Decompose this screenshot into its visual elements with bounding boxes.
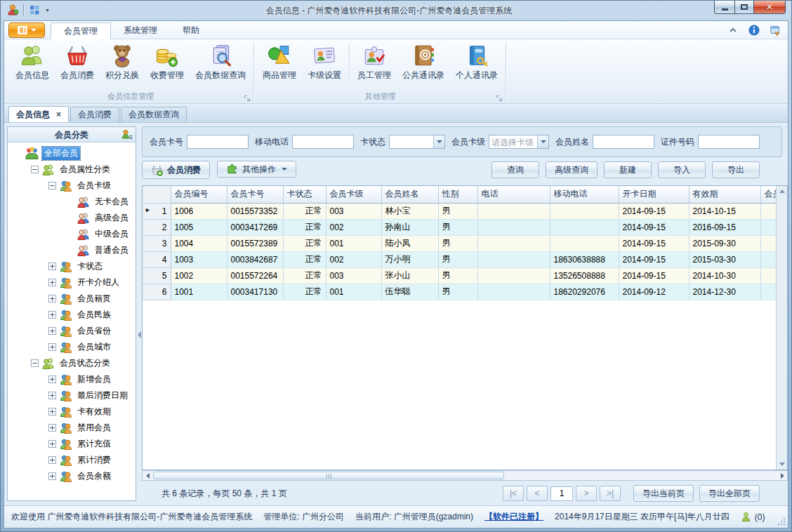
column-header[interactable]: 会员 xyxy=(760,186,776,203)
new-button[interactable]: 新建 xyxy=(604,161,652,178)
tree-item[interactable]: 累计充值 xyxy=(8,436,136,452)
column-header[interactable]: 会员卡号 xyxy=(227,186,283,203)
grid-horizontal-scrollbar[interactable] xyxy=(142,470,788,481)
expand-icon[interactable] xyxy=(48,392,56,399)
ribbon-tab-help[interactable]: 帮助 xyxy=(170,22,212,39)
table-row[interactable]: 310040015572389正常001陆小凤男2014-09-152015-0… xyxy=(143,235,776,251)
column-header[interactable]: 移动电话 xyxy=(550,186,619,203)
column-header[interactable]: 电话 xyxy=(477,186,550,203)
tree-item[interactable]: 会员民族 xyxy=(8,307,136,323)
tab-close-icon[interactable]: × xyxy=(56,109,61,119)
first-page-button[interactable]: |< xyxy=(503,486,524,501)
chevron-down-icon[interactable] xyxy=(537,135,548,148)
column-header[interactable]: 会员姓名 xyxy=(381,186,438,203)
tree-item[interactable]: 会员省份 xyxy=(8,323,136,339)
tree-item[interactable]: 开卡介绍人 xyxy=(8,274,136,291)
member-consume-button[interactable]: 会员消费 xyxy=(55,41,100,91)
table-row[interactable]: 410030003842687正常002万小明男186306388882014-… xyxy=(143,251,776,267)
tree-item[interactable]: 会员城市 xyxy=(8,339,136,355)
query-button[interactable]: 查询 xyxy=(491,161,539,178)
column-header[interactable]: 会员编号 xyxy=(171,186,227,203)
expand-icon[interactable] xyxy=(48,311,56,319)
tree-item[interactable]: 卡状态 xyxy=(8,258,136,274)
tree-item[interactable]: 全部会员 xyxy=(8,145,136,161)
table-row[interactable]: 210050003417269正常002孙南山男2014-09-152016-0… xyxy=(143,219,776,235)
points-exchange-button[interactable]: 积分兑换 xyxy=(100,41,145,91)
export-current-page-button[interactable]: 导出当前页 xyxy=(633,485,694,502)
info-icon[interactable] xyxy=(748,25,760,36)
close-button[interactable]: ✕ xyxy=(753,1,786,14)
tree-item[interactable]: 中级会员 xyxy=(8,226,136,242)
advanced-query-button[interactable]: 高级查询 xyxy=(546,161,598,178)
tab-member-data-query[interactable]: 会员数据查询 xyxy=(121,107,187,122)
expand-icon[interactable] xyxy=(48,295,56,302)
card-level-settings-button[interactable]: 卡级设置 xyxy=(302,41,347,91)
minimize-button[interactable] xyxy=(714,1,734,14)
card-status-select[interactable] xyxy=(389,135,445,149)
tree-item[interactable]: 会员卡级 xyxy=(8,178,136,194)
software-registered-link[interactable]: 【软件已注册】 xyxy=(484,511,543,523)
hscroll-thumb[interactable] xyxy=(153,472,504,479)
member-data-query-button[interactable]: 会员数据查询 xyxy=(190,41,251,91)
staff-management-button[interactable]: 员工管理 xyxy=(352,41,397,91)
export-button[interactable]: 导出 xyxy=(712,161,760,178)
id-number-input[interactable] xyxy=(698,135,760,149)
mobile-phone-input[interactable] xyxy=(292,135,354,149)
member-card-no-input[interactable] xyxy=(187,135,249,149)
column-header[interactable]: 性别 xyxy=(438,186,477,203)
chevron-down-icon[interactable] xyxy=(433,135,444,148)
grid-vertical-scrollbar[interactable] xyxy=(776,186,787,470)
table-row[interactable]: 510020015572264正常003张小山男135265088882014-… xyxy=(143,267,776,284)
expand-icon[interactable] xyxy=(48,472,56,480)
card-level-select[interactable]: 请选择卡级 xyxy=(489,135,549,149)
tab-member-info[interactable]: 会员信息× xyxy=(8,106,69,122)
expand-icon[interactable] xyxy=(48,375,56,383)
tree-item[interactable]: 无卡会员 xyxy=(8,194,136,210)
member-list-icon[interactable] xyxy=(121,129,133,140)
app-logo-icon[interactable] xyxy=(6,4,19,16)
tree-item[interactable]: 会员籍贯 xyxy=(8,291,136,307)
column-header[interactable]: 卡状态 xyxy=(283,186,326,203)
scroll-down-icon[interactable] xyxy=(777,459,787,470)
tree-item[interactable]: 最后消费日期 xyxy=(8,387,136,404)
expand-icon[interactable] xyxy=(48,456,56,464)
resize-grip[interactable] xyxy=(777,517,786,526)
scroll-right-icon[interactable] xyxy=(777,471,787,480)
tree-item[interactable]: 禁用会员 xyxy=(8,420,136,436)
tree-item[interactable]: 累计消费 xyxy=(8,452,136,468)
next-page-button[interactable]: > xyxy=(576,486,597,501)
collapse-icon[interactable] xyxy=(48,182,56,189)
tree-item[interactable]: 新增会员 xyxy=(8,371,136,387)
table-row[interactable]: ►110060015573352正常003林小宝男2014-09-152014-… xyxy=(143,203,776,219)
page-input[interactable] xyxy=(550,486,573,501)
app-menu-button[interactable] xyxy=(8,22,45,38)
export-all-pages-button[interactable]: 导出全部页 xyxy=(699,485,760,502)
tree-item[interactable]: 卡有效期 xyxy=(8,404,136,420)
tree-item[interactable]: 会员属性分类 xyxy=(8,161,136,178)
tab-member-consume[interactable]: 会员消费 xyxy=(70,107,119,122)
tree-item[interactable]: 会员状态分类 xyxy=(8,355,136,371)
column-header[interactable]: 有效期 xyxy=(689,186,760,203)
expand-icon[interactable] xyxy=(48,279,56,286)
qat-dropdown-icon[interactable]: ▼ xyxy=(45,8,50,13)
expand-icon[interactable] xyxy=(48,408,56,415)
scroll-left-icon[interactable] xyxy=(143,471,152,480)
import-button[interactable]: 导入 xyxy=(658,161,706,178)
maximize-button[interactable] xyxy=(734,1,753,14)
collapse-icon[interactable] xyxy=(31,359,39,367)
ribbon-tab-system-management[interactable]: 系统管理 xyxy=(111,22,170,39)
ribbon-tab-member-management[interactable]: 会员管理 xyxy=(51,22,111,39)
prev-page-button[interactable]: < xyxy=(527,486,548,501)
dialog-launcher-icon[interactable] xyxy=(496,94,503,101)
personal-contacts-button[interactable]: 个人通讯录 xyxy=(450,41,503,91)
mail-window-icon[interactable] xyxy=(770,25,781,36)
layout-grid-icon[interactable] xyxy=(28,4,41,16)
goods-management-button[interactable]: 商品管理 xyxy=(257,41,302,91)
tree-item[interactable]: 会员余额 xyxy=(8,468,136,484)
expand-icon[interactable] xyxy=(48,343,56,351)
splitter-collapse-icon[interactable] xyxy=(138,331,141,338)
column-header[interactable]: 开卡日期 xyxy=(619,186,689,203)
tree-item[interactable]: 高级会员 xyxy=(8,210,136,226)
table-row[interactable]: 610010003417130正常001伍华聪男186202920762014-… xyxy=(143,284,776,300)
member-name-input[interactable] xyxy=(593,135,654,149)
